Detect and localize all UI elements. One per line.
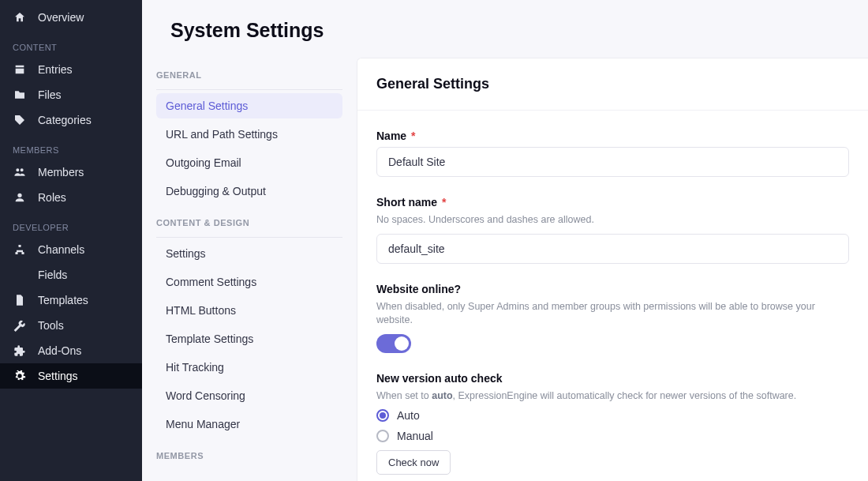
page-title-wrap: System Settings	[142, 0, 868, 56]
subnav-item-word-censoring[interactable]: Word Censoring	[156, 383, 342, 408]
required-icon: *	[442, 196, 446, 209]
puzzle-icon	[13, 344, 27, 357]
tag-icon	[13, 114, 27, 126]
settings-subnav: GENERAL General Settings URL and Path Se…	[142, 56, 357, 481]
subnav-section-title: GENERAL	[156, 70, 342, 83]
subnav-section-title: CONTENT & DESIGN	[156, 218, 342, 231]
page-title: System Settings	[170, 19, 868, 42]
subnav-item-hit-tracking[interactable]: Hit Tracking	[156, 355, 342, 380]
sidebar-item-label: Files	[38, 88, 62, 101]
sidebar-item-label: Categories	[38, 114, 92, 126]
sidebar-item-label: Members	[38, 166, 84, 178]
subnav-item-html-buttons[interactable]: HTML Buttons	[156, 298, 342, 323]
primary-sidebar: Overview CONTENT Entries Files Categorie…	[0, 0, 142, 481]
label-name: Name *	[376, 130, 849, 142]
help-text-post: , ExpressionEngine will automatically ch…	[453, 390, 797, 401]
sidebar-item-label: Channels	[38, 243, 84, 256]
home-icon	[13, 11, 27, 24]
subnav-section-title: MEMBERS	[156, 451, 342, 464]
required-icon: *	[411, 130, 415, 142]
sidebar-item-overview[interactable]: Overview	[0, 5, 142, 30]
subnav-section-content-design: CONTENT & DESIGN	[156, 218, 342, 238]
help-text-pre: When set to	[376, 390, 432, 401]
field-website-online: Website online? When disabled, only Supe…	[376, 283, 849, 353]
help-website-online: When disabled, only Super Admins and mem…	[376, 300, 849, 328]
field-name: Name *	[376, 130, 849, 177]
radio-auto[interactable]: Auto	[376, 409, 849, 422]
subnav-item-general-settings[interactable]: General Settings	[156, 93, 342, 118]
subnav-item-outgoing-email[interactable]: Outgoing Email	[156, 150, 342, 175]
sidebar-item-label: Add-Ons	[38, 344, 81, 357]
panel-header: General Settings	[357, 58, 868, 111]
label-text: Name	[376, 130, 406, 142]
sidebar-item-addons[interactable]: Add-Ons	[0, 338, 142, 363]
website-online-toggle[interactable]	[376, 334, 411, 353]
short-name-input[interactable]	[376, 234, 849, 264]
sidebar-item-roles[interactable]: Roles	[0, 185, 142, 210]
radio-circle-icon	[376, 430, 389, 442]
radio-manual[interactable]: Manual	[376, 430, 849, 442]
sidebar-section-content: CONTENT	[0, 30, 142, 57]
sidebar-item-channels[interactable]: Channels	[0, 237, 142, 262]
sidebar-item-label: Entries	[38, 63, 73, 76]
sidebar-item-label: Tools	[38, 319, 64, 332]
sidebar-item-fields[interactable]: Fields	[0, 262, 142, 287]
sidebar-item-label: Overview	[38, 11, 84, 24]
check-now-button[interactable]: Check now	[376, 450, 451, 475]
sidebar-item-label: Templates	[38, 294, 88, 306]
help-text-bold: auto	[432, 390, 452, 401]
sidebar-item-label: Settings	[38, 370, 78, 382]
subnav-item-cd-settings[interactable]: Settings	[156, 241, 342, 266]
subnav-item-debugging[interactable]: Debugging & Output	[156, 178, 342, 204]
sidebar-item-templates[interactable]: Templates	[0, 287, 142, 313]
panel-title: General Settings	[376, 76, 849, 92]
label-version-check: New version auto check	[376, 372, 849, 385]
label-text: Short name	[376, 196, 437, 209]
subnav-section-members: MEMBERS	[156, 451, 342, 470]
sidebar-item-label: Fields	[38, 269, 67, 281]
subnav-item-template-settings[interactable]: Template Settings	[156, 326, 342, 351]
wrench-icon	[13, 319, 27, 332]
radio-label: Manual	[397, 430, 433, 442]
help-short-name: No spaces. Underscores and dashes are al…	[376, 213, 849, 227]
sitemap-icon	[13, 243, 27, 256]
sidebar-item-members[interactable]: Members	[0, 160, 142, 185]
sidebar-item-settings[interactable]: Settings	[0, 363, 142, 389]
settings-panel: General Settings Name * Short name *	[357, 58, 868, 481]
sidebar-section-members: MEMBERS	[0, 133, 142, 160]
sidebar-item-files[interactable]: Files	[0, 82, 142, 107]
settings-form: Name * Short name * No spaces. Underscor…	[357, 111, 868, 481]
subnav-section-general: GENERAL	[156, 70, 342, 90]
subnav-item-menu-manager[interactable]: Menu Manager	[156, 411, 342, 437]
radio-circle-icon	[376, 409, 389, 422]
sidebar-item-entries[interactable]: Entries	[0, 57, 142, 82]
file-icon	[13, 294, 27, 306]
help-version-check: When set to auto, ExpressionEngine will …	[376, 389, 849, 404]
radio-label: Auto	[397, 409, 420, 422]
cog-icon	[13, 370, 27, 382]
field-short-name: Short name * No spaces. Underscores and …	[376, 196, 849, 264]
sidebar-item-tools[interactable]: Tools	[0, 313, 142, 338]
main-area: System Settings GENERAL General Settings…	[142, 0, 868, 481]
label-website-online: Website online?	[376, 283, 849, 295]
sidebar-section-developer: DEVELOPER	[0, 210, 142, 237]
name-input[interactable]	[376, 147, 849, 177]
subnav-item-comment-settings[interactable]: Comment Settings	[156, 269, 342, 295]
folder-icon	[13, 88, 27, 101]
subnav-item-url-path[interactable]: URL and Path Settings	[156, 122, 342, 147]
newspaper-icon	[13, 63, 27, 76]
field-version-check: New version auto check When set to auto,…	[376, 372, 849, 475]
i-cursor-icon	[13, 269, 27, 281]
sidebar-item-label: Roles	[38, 191, 66, 204]
sidebar-item-categories[interactable]: Categories	[0, 107, 142, 133]
users-icon	[13, 166, 27, 178]
user-icon	[13, 191, 27, 204]
label-short-name: Short name *	[376, 196, 849, 209]
